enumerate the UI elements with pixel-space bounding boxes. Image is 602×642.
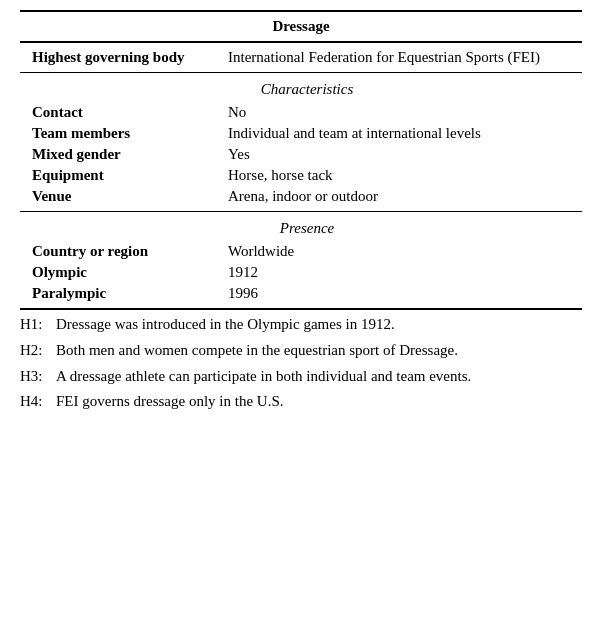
characteristics-header: Characteristics [20, 73, 582, 103]
value-equipment: Horse, horse tack [220, 165, 582, 186]
value-paralympic: 1996 [220, 283, 582, 309]
label-team-members: Team members [20, 123, 220, 144]
value-highest-governing-body: International Federation for Equestrian … [220, 43, 582, 73]
info-table: Highest governing body International Fed… [20, 43, 582, 310]
characteristics-header-row: Characteristics [20, 73, 582, 103]
table-row: Mixed gender Yes [20, 144, 582, 165]
hypothesis-h3-text: A dressage athlete can participate in bo… [56, 366, 582, 388]
table-row: Country or region Worldwide [20, 241, 582, 262]
label-mixed-gender: Mixed gender [20, 144, 220, 165]
hypothesis-h1: H1: Dressage was introduced in the Olymp… [20, 314, 582, 336]
label-venue: Venue [20, 186, 220, 212]
table-row: Olympic 1912 [20, 262, 582, 283]
table-container: Dressage Highest governing body Internat… [20, 10, 582, 310]
value-olympic: 1912 [220, 262, 582, 283]
value-country-region: Worldwide [220, 241, 582, 262]
hypothesis-h1-label: H1: [20, 314, 56, 336]
presence-header-row: Presence [20, 212, 582, 242]
label-paralympic: Paralympic [20, 283, 220, 309]
hypothesis-h4-label: H4: [20, 391, 56, 413]
table-row: Highest governing body International Fed… [20, 43, 582, 73]
label-equipment: Equipment [20, 165, 220, 186]
hypothesis-h2-label: H2: [20, 340, 56, 362]
hypotheses-section: H1: Dressage was introduced in the Olymp… [20, 314, 582, 413]
presence-header: Presence [20, 212, 582, 242]
label-contact: Contact [20, 102, 220, 123]
table-row: Team members Individual and team at inte… [20, 123, 582, 144]
label-highest-governing-body: Highest governing body [20, 43, 220, 73]
hypothesis-h2-text: Both men and women compete in the equest… [56, 340, 582, 362]
value-contact: No [220, 102, 582, 123]
table-row: Venue Arena, indoor or outdoor [20, 186, 582, 212]
table-row: Contact No [20, 102, 582, 123]
value-venue: Arena, indoor or outdoor [220, 186, 582, 212]
table-row: Equipment Horse, horse tack [20, 165, 582, 186]
label-olympic: Olympic [20, 262, 220, 283]
hypothesis-h4: H4: FEI governs dressage only in the U.S… [20, 391, 582, 413]
table-title: Dressage [20, 10, 582, 43]
hypothesis-h3: H3: A dressage athlete can participate i… [20, 366, 582, 388]
value-team-members: Individual and team at inter­national le… [220, 123, 582, 144]
hypothesis-h2: H2: Both men and women compete in the eq… [20, 340, 582, 362]
hypothesis-h1-text: Dressage was introduced in the Olympic g… [56, 314, 582, 336]
hypothesis-h4-text: FEI governs dressage only in the U.S. [56, 391, 582, 413]
table-row: Paralympic 1996 [20, 283, 582, 309]
value-mixed-gender: Yes [220, 144, 582, 165]
label-country-region: Country or region [20, 241, 220, 262]
hypothesis-h3-label: H3: [20, 366, 56, 388]
